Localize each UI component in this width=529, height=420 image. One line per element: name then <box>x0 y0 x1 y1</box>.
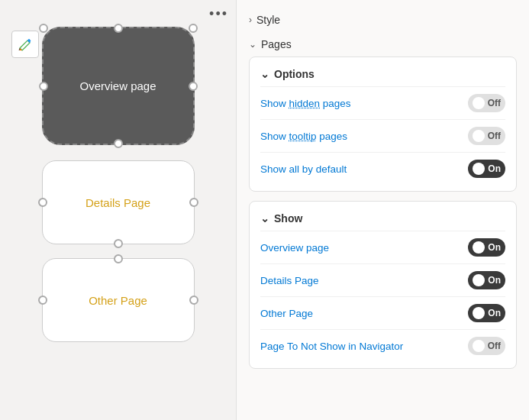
show-tooltip-pages-row: Show tooltip pages Off <box>260 119 505 152</box>
show-all-by-default-row: Show all by default On <box>260 152 505 185</box>
connector <box>114 139 123 148</box>
show-hidden-pages-label: Show hidden pages <box>260 98 351 109</box>
connector <box>189 82 198 91</box>
connector <box>189 24 198 33</box>
overview-page-show-toggle[interactable]: On <box>468 238 505 257</box>
show-all-by-default-label: Show all by default <box>260 163 347 175</box>
overview-page-box[interactable]: Overview page <box>42 27 195 145</box>
options-card: ⌄ Options Show hidden pages Off Show too… <box>249 57 517 192</box>
show-card: ⌄ Show Overview page On Details Page On … <box>249 201 517 369</box>
other-page-show-label: Other Page <box>260 308 313 319</box>
show-subsection-label: Show <box>274 212 302 225</box>
pages-chevron-down-icon: ⌄ <box>249 39 256 50</box>
show-subsection-header[interactable]: ⌄ Show <box>260 208 505 231</box>
overview-page-show-row: Overview page On <box>260 231 505 263</box>
left-canvas-panel: ••• Overview page Details Page <box>0 0 237 420</box>
details-page-show-state: On <box>488 275 501 286</box>
pages-section-header[interactable]: ⌄ Pages <box>249 32 517 57</box>
canvas-area: Overview page Details Page Other Page <box>15 15 221 420</box>
details-page-show-label: Details Page <box>260 275 319 286</box>
pages-section-label: Pages <box>261 38 292 50</box>
connector <box>114 24 123 33</box>
show-hidden-pages-state: Off <box>488 98 501 108</box>
options-subsection-label: Options <box>274 68 314 80</box>
other-page-show-row: Other Page On <box>260 296 505 329</box>
overview-page-label: Overview page <box>79 79 156 92</box>
other-page-show-toggle[interactable]: On <box>468 304 505 322</box>
tooltip-underline: tooltip <box>289 131 317 142</box>
style-section-header[interactable]: › Style <box>249 8 517 32</box>
overview-page-show-state: On <box>488 242 501 253</box>
toggle-knob <box>473 163 485 175</box>
toggle-knob <box>473 307 485 319</box>
options-chevron-down-icon: ⌄ <box>260 68 269 80</box>
details-page-show-row: Details Page On <box>260 263 505 296</box>
other-page-box[interactable]: Other Page <box>42 258 195 342</box>
other-page-show-state: On <box>488 308 501 318</box>
connector <box>38 198 47 207</box>
show-hidden-pages-toggle[interactable]: Off <box>468 94 505 112</box>
connector <box>114 239 123 248</box>
style-chevron-right-icon: › <box>249 15 252 25</box>
connector <box>39 24 48 33</box>
style-section-label: Style <box>256 14 280 26</box>
overview-page-show-label: Overview page <box>260 242 329 254</box>
toggle-knob <box>473 130 485 142</box>
toggle-knob <box>473 97 485 109</box>
details-page-box[interactable]: Details Page <box>42 160 195 244</box>
right-settings-panel: › Style ⌄ Pages ⌄ Options Show hidden pa… <box>237 0 529 420</box>
show-all-by-default-state: On <box>488 163 501 174</box>
show-tooltip-pages-state: Off <box>488 131 501 141</box>
options-subsection-header[interactable]: ⌄ Options <box>260 63 505 86</box>
connector <box>189 296 198 305</box>
connector <box>38 296 47 305</box>
page-not-show-row: Page To Not Show in Navigator Off <box>260 329 505 362</box>
show-tooltip-pages-label: Show tooltip pages <box>260 131 347 142</box>
details-page-label: Details Page <box>85 196 150 209</box>
page-not-show-label: Page To Not Show in Navigator <box>260 341 403 352</box>
show-all-by-default-toggle[interactable]: On <box>468 160 505 178</box>
connector <box>189 198 198 207</box>
page-not-show-state: Off <box>488 341 501 351</box>
toggle-knob <box>473 340 485 352</box>
connector <box>39 82 48 91</box>
other-page-label: Other Page <box>89 294 147 307</box>
toggle-knob <box>473 241 485 254</box>
hidden-underline: hidden <box>289 98 321 109</box>
details-page-show-toggle[interactable]: On <box>468 271 505 289</box>
show-tooltip-pages-toggle[interactable]: Off <box>468 127 505 145</box>
toggle-knob <box>473 274 485 286</box>
page-not-show-toggle[interactable]: Off <box>468 337 505 355</box>
show-hidden-pages-row: Show hidden pages Off <box>260 86 505 119</box>
show-chevron-down-icon: ⌄ <box>260 212 269 225</box>
connector <box>114 254 123 263</box>
